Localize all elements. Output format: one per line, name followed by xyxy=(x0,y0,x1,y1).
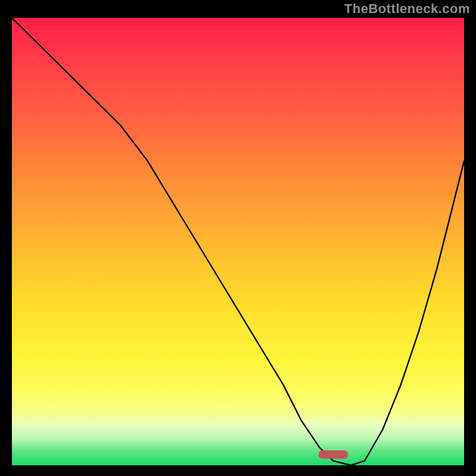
chart-frame: TheBottleneck.com xyxy=(0,0,476,476)
plot-area xyxy=(12,18,464,465)
watermark-text: TheBottleneck.com xyxy=(345,1,470,17)
curve-layer xyxy=(12,18,464,465)
minimum-marker xyxy=(318,450,348,459)
bottleneck-curve xyxy=(12,18,464,465)
